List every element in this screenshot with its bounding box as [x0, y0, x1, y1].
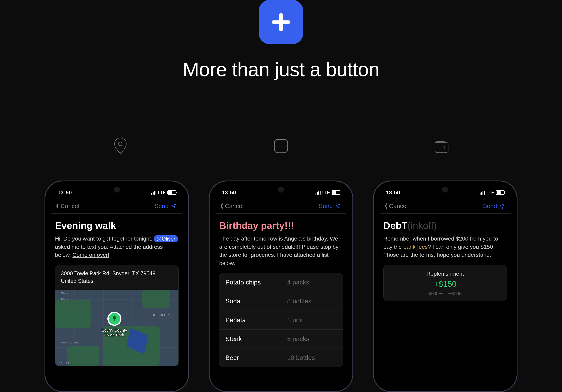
nav-bar: Cancel Send	[216, 198, 346, 214]
grocery-table[interactable]: Potato chips 4 packs Soda 8 bottles Peña…	[219, 273, 343, 367]
payment-cards: 5536 •••• → •••• 2665	[387, 291, 503, 296]
network-label: LTE	[322, 190, 330, 195]
signal-icon	[480, 191, 485, 195]
table-row[interactable]: Beer 10 bottles	[219, 348, 343, 367]
payment-card[interactable]: Replenishment +$150 5536 •••• → •••• 266…	[383, 265, 507, 301]
chevron-left-icon	[220, 203, 223, 209]
payment-amount: +$150	[387, 279, 503, 288]
nav-bar: Cancel Send	[380, 198, 511, 214]
cancel-label: Cancel	[61, 203, 79, 209]
note-title[interactable]: Birthday party!!!	[219, 220, 343, 231]
chevron-left-icon	[384, 203, 388, 209]
network-label: LTE	[486, 190, 494, 195]
network-label: LTE	[158, 190, 166, 195]
location-pin-icon	[111, 137, 130, 156]
camera-notch	[278, 186, 284, 193]
item-qty: 8 bottles	[281, 292, 343, 311]
battery-icon	[332, 190, 340, 195]
item-qty: 10 bottles	[281, 348, 343, 367]
signal-icon	[151, 191, 156, 195]
item-name: Soda	[219, 292, 281, 311]
battery-icon	[496, 190, 504, 195]
nav-bar: Cancel Send	[51, 198, 182, 214]
svg-rect-5	[114, 319, 115, 321]
status-indicators: LTE	[316, 190, 340, 195]
title-suggestion: (inkoff)	[408, 220, 437, 231]
item-name: Beer	[219, 348, 281, 367]
item-qty: 1 unit	[281, 311, 343, 329]
address-line-2: United States	[61, 277, 173, 285]
map-preview[interactable]: 42ND ST 43RD ST CROCKETT AVE OAKWOOD DR …	[55, 290, 178, 366]
body-text: Hi. Do you want to get together tonight.	[55, 236, 154, 242]
map-pin[interactable]: Scurry County Towle Park	[107, 312, 121, 326]
phone-mockup-list: 13:50 LTE Cancel Send Birthday party	[209, 181, 353, 392]
category-icons-row	[0, 137, 562, 156]
card-from: 5536	[428, 291, 437, 296]
tree-icon	[107, 312, 121, 326]
card-to: 2665	[453, 291, 463, 296]
phones-row: 13:50 LTE Cancel Send Evening walk	[0, 181, 562, 392]
note-content: Birthday party!!! The day after tomorrow…	[212, 214, 350, 367]
table-grid-icon	[271, 137, 291, 156]
map-pin-label: Scurry County Towle Park	[102, 328, 127, 337]
status-time: 13:50	[222, 189, 236, 196]
wallet-icon	[432, 137, 451, 156]
status-indicators: LTE	[151, 190, 176, 195]
send-icon	[335, 203, 340, 209]
table-row[interactable]: Steak 5 packs	[219, 330, 343, 348]
cancel-button[interactable]: Cancel	[220, 203, 244, 209]
mention-pill[interactable]: @Oliver	[154, 235, 178, 242]
camera-notch	[442, 186, 448, 193]
cancel-label: Cancel	[225, 203, 244, 209]
chevron-left-icon	[56, 203, 59, 209]
status-time: 13:50	[386, 189, 400, 196]
status-time: 13:50	[58, 189, 72, 196]
table-row[interactable]: Potato chips 4 packs	[219, 273, 343, 292]
note-body[interactable]: The day after tomorrow is Angela's birth…	[219, 235, 343, 267]
hero-title: More than just a button	[0, 58, 562, 81]
signal-icon	[316, 191, 321, 195]
marketing-canvas: More than just a button 13:50 LTE	[0, 0, 562, 392]
title-main: DebT	[383, 220, 408, 231]
send-label: Send	[154, 203, 169, 209]
note-body[interactable]: Remember when I borrowed $200 from you t…	[383, 235, 507, 259]
send-icon	[499, 203, 504, 209]
battery-icon	[167, 190, 176, 195]
send-button[interactable]: Send	[319, 203, 340, 209]
note-content: Evening walk Hi. Do you want to get toge…	[48, 214, 186, 366]
status-indicators: LTE	[480, 190, 504, 195]
camera-notch	[114, 186, 120, 193]
send-label: Send	[319, 203, 333, 209]
cancel-button[interactable]: Cancel	[56, 203, 79, 209]
cancel-button[interactable]: Cancel	[384, 203, 408, 209]
svg-point-0	[119, 142, 122, 146]
cancel-label: Cancel	[389, 203, 408, 209]
note-title[interactable]: DebT(inkoff)	[383, 220, 507, 231]
item-name: Peñata	[219, 311, 281, 329]
send-icon	[171, 203, 176, 209]
body-cta-link[interactable]: Come on over!	[72, 252, 109, 258]
item-qty: 5 packs	[281, 330, 343, 348]
address-line-1: 3000 Towle Park Rd, Snyder, TX 79549	[61, 270, 173, 277]
table-row[interactable]: Peñata 1 unit	[219, 311, 343, 330]
app-icon-plus	[259, 0, 303, 44]
payment-label: Replenishment	[387, 271, 503, 277]
location-card[interactable]: 3000 Towle Park Rd, Snyder, TX 79549 Uni…	[55, 265, 179, 366]
item-name: Potato chips	[219, 273, 281, 292]
phone-mockup-location: 13:50 LTE Cancel Send Evening walk	[45, 181, 189, 392]
address-block: 3000 Towle Park Rd, Snyder, TX 79549 Uni…	[55, 265, 178, 290]
send-button[interactable]: Send	[154, 203, 176, 209]
item-qty: 4 packs	[281, 273, 343, 292]
send-label: Send	[483, 203, 497, 209]
note-title[interactable]: Evening walk	[55, 220, 179, 231]
table-row[interactable]: Soda 8 bottles	[219, 292, 343, 311]
inline-link[interactable]: bank fees	[403, 244, 428, 250]
phone-mockup-wallet: 13:50 LTE Cancel Send Deb	[373, 181, 517, 392]
item-name: Steak	[219, 330, 281, 348]
send-button[interactable]: Send	[483, 203, 504, 209]
note-content: DebT(inkoff) Remember when I borrowed $2…	[376, 214, 514, 301]
note-body[interactable]: Hi. Do you want to get together tonight.…	[55, 235, 179, 259]
plus-icon	[269, 10, 293, 34]
